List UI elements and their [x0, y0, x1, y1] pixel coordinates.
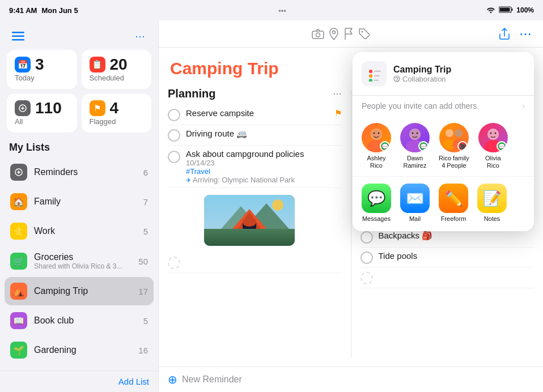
- svg-point-27: [369, 79, 372, 82]
- add-list-button[interactable]: Add List: [118, 377, 149, 386]
- reminder-circle-tide: [360, 252, 373, 264]
- flagged-label: Flagged: [90, 117, 144, 126]
- list-item-work[interactable]: ⭐ Work 5: [5, 217, 154, 245]
- list-item-family[interactable]: 🏠 Family 7: [5, 188, 154, 216]
- three-dots-center: •••: [278, 6, 286, 15]
- app-freeform[interactable]: ✏️ Freeform: [439, 184, 468, 222]
- work-count: 5: [143, 227, 148, 236]
- avatars-row: 💬 AshleyRico 💬: [353, 116, 534, 176]
- app-mail[interactable]: ✉️ Mail: [400, 184, 430, 222]
- list-item-gardening[interactable]: 🌱 Gardening 16: [5, 336, 154, 364]
- new-reminder-bar[interactable]: ⊕ New Reminder: [159, 367, 543, 392]
- more-toolbar-btn[interactable]: ⋯: [519, 27, 532, 41]
- svg-point-13: [316, 33, 320, 37]
- my-lists-title: My Lists: [0, 139, 158, 158]
- collab-invite-arrow-icon: ›: [522, 101, 525, 110]
- today-card[interactable]: 📅 3 Today: [7, 50, 77, 89]
- olivia-name: OliviaRico: [485, 155, 501, 169]
- book-club-icon: 📖: [10, 312, 27, 329]
- svg-point-37: [378, 133, 380, 134]
- scheduled-card[interactable]: 📋 20 Scheduled: [82, 50, 152, 89]
- list-item-plants-to-get[interactable]: 🔧 Plants to get 4: [5, 365, 154, 370]
- list-item-reminders[interactable]: Reminders 6: [5, 158, 154, 186]
- dawn-badge: 💬: [418, 141, 429, 151]
- collab-title: Camping Trip: [393, 65, 451, 75]
- list-item-groceries[interactable]: 🛒 Groceries Shared with Olivia Rico & 3.…: [5, 246, 154, 276]
- avatar-dawn[interactable]: 💬 DawnRamirez: [400, 123, 430, 169]
- flagged-count: 4: [110, 100, 119, 116]
- avatar-ashley[interactable]: 💬 AshleyRico: [362, 123, 391, 169]
- svg-point-49: [488, 129, 498, 139]
- today-icon: 📅: [15, 57, 31, 73]
- reminder-tide[interactable]: Tide pools: [360, 248, 534, 268]
- battery-icon: [499, 6, 513, 15]
- all-icon: [15, 100, 31, 116]
- list-item-camping-trip[interactable]: ⛺ Camping Trip 17: [5, 277, 154, 305]
- notes-app-icon: 📝: [477, 184, 507, 213]
- add-planning-circle: [168, 257, 180, 269]
- svg-point-40: [410, 129, 420, 139]
- collab-invite-text: People you invite can add others.: [362, 101, 479, 110]
- reminders-name: Reminders: [34, 167, 137, 177]
- flagged-card[interactable]: ⚑ 4 Flagged: [82, 93, 152, 133]
- app-messages[interactable]: 💬 Messages: [362, 184, 391, 222]
- avatar-rico-circle: 🎥: [439, 123, 469, 152]
- app-notes[interactable]: 📝 Notes: [477, 184, 507, 222]
- book-club-name: Book club: [34, 316, 137, 326]
- add-packing-circle: [360, 272, 373, 284]
- reminder-reserve[interactable]: Reserve campsite ⚑: [168, 105, 342, 125]
- battery-label: 100%: [516, 6, 534, 14]
- collab-invite-row[interactable]: People you invite can add others. ›: [353, 96, 534, 116]
- camping-count: 17: [138, 287, 148, 296]
- flag-toolbar-btn[interactable]: [343, 28, 354, 40]
- status-bar-right: 100%: [486, 6, 534, 15]
- all-card[interactable]: 110 All: [7, 93, 77, 133]
- flagged-icon: ⚑: [90, 100, 105, 116]
- policies-title: Ask about campground policies: [186, 149, 342, 159]
- new-reminder-icon: ⊕: [168, 373, 177, 386]
- sidebar-toggle-button[interactable]: [9, 27, 27, 45]
- olivia-badge: 💬: [497, 141, 507, 151]
- collab-subtitle-text: Collaboration: [402, 75, 446, 83]
- reminder-driving[interactable]: Driving route 🚐: [168, 125, 342, 146]
- list-item-book-club[interactable]: 📖 Book club 5: [5, 306, 154, 335]
- avatar-olivia[interactable]: 💬 OliviaRico: [478, 123, 508, 169]
- reminder-circle-policies: [168, 151, 180, 163]
- svg-rect-1: [500, 7, 510, 11]
- sidebar: ⋯ 📅 3 Today 📋 20 Scheduled: [0, 20, 159, 392]
- gardening-count: 16: [138, 346, 148, 355]
- reminder-empty[interactable]: [168, 253, 342, 273]
- list-items: Reminders 6 🏠 Family 7 ⭐ Work 5 🛒 Grocer…: [0, 158, 158, 370]
- toolbar-center: [312, 28, 371, 40]
- svg-rect-28: [374, 71, 381, 73]
- planning-more-btn[interactable]: ···: [333, 88, 341, 100]
- work-name: Work: [34, 226, 137, 236]
- all-label: All: [15, 117, 69, 126]
- book-club-count: 5: [143, 316, 148, 326]
- planning-header: Planning ···: [168, 80, 342, 105]
- reserve-flag-icon: ⚑: [334, 108, 342, 118]
- svg-rect-29: [374, 75, 380, 77]
- avatar-olivia-circle: 💬: [478, 123, 508, 152]
- freeform-app-icon: ✏️: [439, 184, 468, 213]
- messages-app-icon: 💬: [362, 184, 391, 213]
- share-toolbar-btn[interactable]: [499, 28, 510, 40]
- status-bar-left: 9:41 AM Mon Jun 5: [9, 6, 78, 15]
- policies-text: Ask about campground policies 10/14/23 #…: [186, 149, 342, 184]
- tag-toolbar-btn[interactable]: [358, 28, 371, 40]
- wifi-icon: [486, 6, 495, 15]
- scheduled-icon: 📋: [90, 57, 105, 73]
- driving-title: Driving route 🚐: [186, 129, 342, 139]
- mail-app-name: Mail: [409, 215, 421, 222]
- camera-toolbar-btn[interactable]: [312, 29, 324, 39]
- location-toolbar-btn[interactable]: [329, 28, 339, 40]
- sidebar-more-button[interactable]: ⋯: [131, 27, 149, 45]
- reminder-packing-empty[interactable]: [360, 268, 534, 288]
- svg-rect-30: [374, 80, 379, 82]
- freeform-app-name: Freeform: [441, 215, 466, 222]
- avatar-rico-family[interactable]: 🎥 Rico family4 People: [439, 123, 469, 169]
- svg-point-50: [490, 133, 491, 134]
- svg-point-51: [494, 133, 496, 134]
- reminder-policies[interactable]: Ask about campground policies 10/14/23 #…: [168, 146, 342, 188]
- main-content: ⋯ Camping Trip Planning ··· Re: [159, 20, 543, 392]
